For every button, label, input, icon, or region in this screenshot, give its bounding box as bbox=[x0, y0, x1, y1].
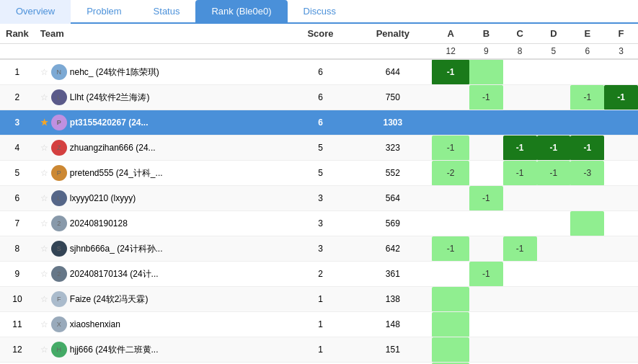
col-prob-b-sub: 9 bbox=[469, 44, 503, 60]
team-cell[interactable]: ☆Xxiaoshenxian bbox=[35, 312, 288, 337]
team-cell[interactable]: ☆Ppretend555 (24_计科_... bbox=[35, 161, 288, 186]
prob-cell bbox=[604, 337, 638, 363]
team-cell[interactable]: ☆LLlht (24软件2兰海涛) bbox=[35, 85, 288, 110]
star-icon[interactable]: ☆ bbox=[40, 92, 48, 102]
prob-cell bbox=[503, 312, 537, 337]
prob-cell bbox=[570, 312, 604, 337]
team-cell[interactable]: ☆FFaize (24软2冯天霖) bbox=[35, 287, 288, 312]
avatar: F bbox=[51, 291, 67, 307]
team-cell[interactable]: ★Ppt3155420267 (24... bbox=[35, 110, 288, 136]
prob-cell bbox=[604, 236, 638, 262]
prob-cell bbox=[570, 211, 604, 236]
tab-status[interactable]: Status bbox=[138, 0, 196, 24]
team-name: pretend555 (24_计科_... bbox=[70, 167, 163, 179]
prob-cell: -2 bbox=[432, 161, 469, 186]
team-cell[interactable]: ☆Llxyyy0210 (lxyyy) bbox=[35, 186, 288, 211]
table-row: 12☆Hhjj666 (24软件二班黄...1151 bbox=[0, 337, 638, 363]
prob-cell bbox=[537, 186, 571, 211]
col-prob-f: F bbox=[604, 24, 638, 44]
prob-cell bbox=[503, 85, 537, 110]
star-icon[interactable]: ☆ bbox=[40, 269, 48, 279]
prob-cell bbox=[604, 312, 638, 337]
avatar: P bbox=[51, 115, 67, 130]
prob-cell bbox=[432, 186, 469, 211]
prob-cell: -1 bbox=[503, 236, 537, 262]
tab-rank[interactable]: Rank (Ble0e0) bbox=[195, 0, 287, 24]
col-prob-f-sub: 3 bbox=[604, 44, 638, 60]
prob-cell bbox=[432, 110, 469, 136]
prob-cell bbox=[604, 186, 638, 211]
team-cell[interactable]: ☆Ssjhnb666a_ (24计科孙... bbox=[35, 236, 288, 262]
col-penalty-sub bbox=[353, 44, 432, 60]
score-cell: 6 bbox=[288, 85, 353, 110]
star-icon[interactable]: ☆ bbox=[40, 345, 48, 355]
avatar: X bbox=[51, 316, 67, 332]
prob-cell bbox=[604, 211, 638, 236]
team-name: hjj666 (24软件二班黄... bbox=[70, 344, 159, 356]
tab-problem[interactable]: Problem bbox=[71, 0, 137, 24]
score-cell: 1 bbox=[288, 337, 353, 363]
table-row: 3★Ppt3155420267 (24...61303 bbox=[0, 110, 638, 136]
penalty-cell: 569 bbox=[353, 211, 432, 236]
table-row: 1☆Nnehc_ (24软件1陈荣琪)6644-1 bbox=[0, 59, 638, 85]
penalty-cell: 644 bbox=[353, 59, 432, 85]
prob-cell bbox=[469, 312, 503, 337]
prob-cell bbox=[432, 211, 469, 236]
prob-cell bbox=[537, 211, 571, 236]
penalty-cell: 323 bbox=[353, 136, 432, 161]
prob-cell bbox=[469, 110, 503, 136]
team-name: pt3155420267 (24... bbox=[70, 117, 149, 128]
avatar: N bbox=[51, 64, 67, 80]
table-row: 8☆Ssjhnb666a_ (24计科孙...3642-1-1 bbox=[0, 236, 638, 262]
prob-cell bbox=[537, 236, 571, 262]
star-icon[interactable]: ☆ bbox=[40, 319, 48, 329]
rank-cell: 4 bbox=[0, 136, 35, 161]
prob-cell bbox=[570, 262, 604, 287]
prob-cell bbox=[604, 59, 638, 85]
team-cell[interactable]: ☆Zzhuangzihan666 (24... bbox=[35, 136, 288, 161]
star-icon[interactable]: ☆ bbox=[40, 143, 48, 153]
prob-cell bbox=[469, 287, 503, 312]
rank-table: Rank Team Score Penalty A B C D E F 12 9… bbox=[0, 24, 638, 364]
table-row: 4☆Zzhuangzihan666 (24...5323-1-1-1-1 bbox=[0, 136, 638, 161]
team-name: sjhnb666a_ (24计科孙... bbox=[70, 243, 163, 255]
prob-cell bbox=[537, 262, 571, 287]
star-icon[interactable]: ☆ bbox=[40, 67, 48, 77]
star-icon[interactable]: ★ bbox=[40, 117, 48, 128]
prob-cell bbox=[432, 312, 469, 337]
team-name: 202408170134 (24计... bbox=[70, 268, 159, 280]
prob-cell: -1 bbox=[469, 186, 503, 211]
prob-cell bbox=[570, 287, 604, 312]
score-cell: 6 bbox=[288, 59, 353, 85]
team-cell[interactable]: ☆2202408170134 (24计... bbox=[35, 262, 288, 287]
prob-cell: -1 bbox=[432, 136, 469, 161]
team-cell[interactable]: ☆2202408190128 bbox=[35, 211, 288, 236]
avatar: L bbox=[51, 190, 67, 206]
star-icon[interactable]: ☆ bbox=[40, 244, 48, 254]
star-icon[interactable]: ☆ bbox=[40, 168, 48, 178]
prob-cell: -1 bbox=[503, 161, 537, 186]
star-icon[interactable]: ☆ bbox=[40, 294, 48, 304]
prob-cell bbox=[432, 337, 469, 363]
rank-cell: 11 bbox=[0, 312, 35, 337]
col-rank-sub bbox=[0, 44, 35, 60]
penalty-cell: 642 bbox=[353, 236, 432, 262]
score-cell: 5 bbox=[288, 161, 353, 186]
team-cell[interactable]: ☆Nnehc_ (24软件1陈荣琪) bbox=[35, 59, 288, 85]
tab-discuss[interactable]: Discuss bbox=[288, 0, 353, 24]
prob-cell bbox=[537, 287, 571, 312]
prob-cell: -1 bbox=[604, 85, 638, 110]
prob-cell bbox=[604, 110, 638, 136]
team-cell[interactable]: ☆Hhjj666 (24软件二班黄... bbox=[35, 337, 288, 363]
star-icon[interactable]: ☆ bbox=[40, 218, 48, 228]
table-row: 11☆Xxiaoshenxian 1148 bbox=[0, 312, 638, 337]
col-team: Team bbox=[35, 24, 288, 44]
team-name: Llht (24软件2兰海涛) bbox=[70, 92, 150, 104]
prob-cell bbox=[604, 136, 638, 161]
team-name: xiaoshenxian bbox=[70, 319, 120, 329]
star-icon[interactable]: ☆ bbox=[40, 193, 48, 203]
penalty-cell: 564 bbox=[353, 186, 432, 211]
col-penalty: Penalty bbox=[353, 24, 432, 44]
avatar: P bbox=[51, 165, 67, 181]
tab-overview[interactable]: Overview bbox=[0, 0, 71, 24]
